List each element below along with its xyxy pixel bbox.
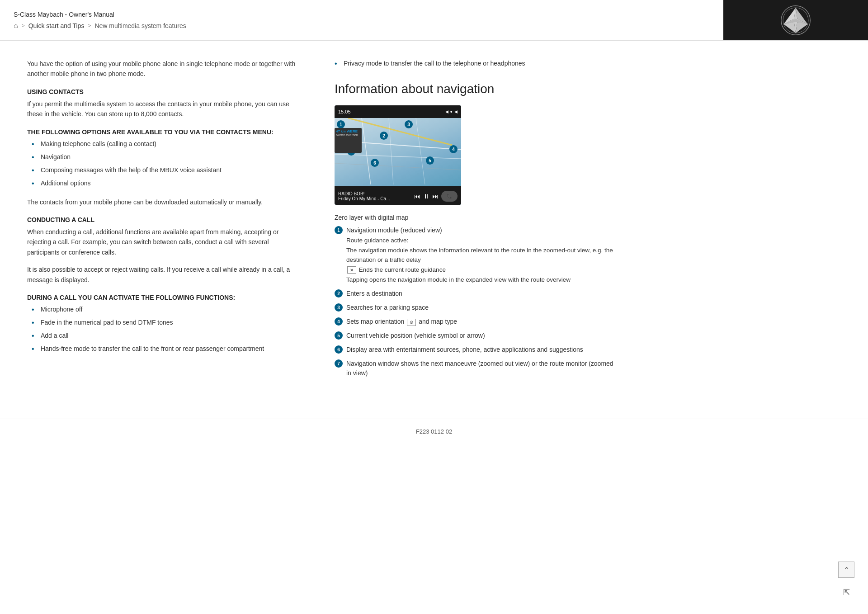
map-number-5: 5 xyxy=(426,156,434,165)
nav-item-3: 3 Searches for a parking space xyxy=(335,303,615,312)
document-title: S-Class Maybach - Owner's Manual xyxy=(14,11,710,18)
contacts-menu-list: Making telephone calls (calling a contac… xyxy=(27,139,298,188)
left-column: You have the option of using your mobile… xyxy=(27,59,298,383)
footer-doc-code: F223 0112 02 xyxy=(416,428,452,435)
map-radio-label: RADIO BOB! xyxy=(338,191,390,196)
breadcrumb: ⌂ > Quick start and Tips > New multimedi… xyxy=(14,22,710,30)
conducting-call-heading: CONDUCTING A CALL xyxy=(27,216,298,223)
list-item: Microphone off xyxy=(32,305,298,314)
nav-badge-5: 5 xyxy=(335,331,343,340)
nav-item-5-text: Current vehicle position (vehicle symbol… xyxy=(346,331,615,340)
map-number-2: 2 xyxy=(380,132,388,140)
list-item: Making telephone calls (calling a contac… xyxy=(32,139,298,149)
list-item: Composing messages with the help of the … xyxy=(32,165,298,175)
nav-item-1: 1 Navigation module (reduced view) Route… xyxy=(335,226,615,284)
conducting-call-text2: It is also possible to accept or reject … xyxy=(27,264,298,285)
header: S-Class Maybach - Owner's Manual ⌂ > Qui… xyxy=(0,0,868,41)
map-radio-sub: Friday On My Mind - Ca... xyxy=(338,196,390,201)
breadcrumb-current: New multimedia system features xyxy=(94,22,186,29)
nav-item-1-text: Navigation module (reduced view) Route g… xyxy=(346,226,615,284)
map-bottom-bar: RADIO BOB! Friday On My Mind - Ca... ⏮ ⏸… xyxy=(335,186,461,205)
during-call-heading: DURING A CALL YOU CAN ACTIVATE THE FOLLO… xyxy=(27,294,298,301)
list-item: Hands-free mode to transfer the call to … xyxy=(32,344,298,354)
nav-item-4-text: Sets map orientation ⊙ and map type xyxy=(346,317,615,326)
navigation-heading: Information about navigation xyxy=(335,82,615,96)
nav-badge-1: 1 xyxy=(335,226,343,234)
nav-item-4: 4 Sets map orientation ⊙ and map type xyxy=(335,317,615,326)
route-end-icon: ✕ xyxy=(347,266,356,274)
nav-badge-3: 3 xyxy=(335,303,343,312)
nav-item-7: 7 Navigation window shows the next manoe… xyxy=(335,359,615,378)
privacy-bullet-item: Privacy mode to transfer the call to the… xyxy=(335,59,615,68)
header-content: S-Class Maybach - Owner's Manual ⌂ > Qui… xyxy=(0,0,723,40)
main-content: You have the option of using your mobile… xyxy=(0,41,868,410)
privacy-bullet-section: Privacy mode to transfer the call to the… xyxy=(335,59,615,68)
contacts-menu-heading: THE FOLLOWING OPTIONS ARE AVAILABLE TO Y… xyxy=(27,128,298,136)
map-top-bar: 15:05 ◀ ● ◀ xyxy=(335,105,461,118)
list-item: Fade in the numerical pad to send DTMF t… xyxy=(32,318,298,327)
logo-area xyxy=(723,0,868,40)
nav-module-tile: 47 km WERE Nortcn Wierden xyxy=(335,128,362,153)
svg-line-5 xyxy=(389,118,393,184)
map-number-6: 6 xyxy=(371,159,379,167)
navigation-map-image: 15:05 ◀ ● ◀ xyxy=(335,105,461,205)
nav-item-6: 6 Display area with entertainment source… xyxy=(335,345,615,354)
nav-badge-6: 6 xyxy=(335,345,343,354)
breadcrumb-separator-1: > xyxy=(22,23,25,29)
map-number-3: 3 xyxy=(405,120,413,128)
list-item: Navigation xyxy=(32,152,298,162)
nav-item-2: 2 Enters a destination xyxy=(335,289,615,298)
using-contacts-text: If you permit the multimedia system to a… xyxy=(27,99,298,119)
breadcrumb-separator-2: > xyxy=(88,23,91,29)
breadcrumb-link-1[interactable]: Quick start and Tips xyxy=(28,22,85,29)
map-area: 1 2 3 4 5 6 7 47 km WERE Nortcn Wierden xyxy=(335,118,461,186)
list-item: Additional options xyxy=(32,179,298,188)
nav-badge-4: 4 xyxy=(335,317,343,326)
list-item: Add a call xyxy=(32,331,298,340)
home-icon[interactable]: ⌂ xyxy=(14,22,18,30)
nav-badge-2: 2 xyxy=(335,289,343,298)
right-column: Privacy mode to transfer the call to the… xyxy=(335,59,615,383)
scroll-up-button[interactable]: ⌃ xyxy=(838,562,854,578)
nav-description-list: 1 Navigation module (reduced view) Route… xyxy=(335,226,615,378)
intro-paragraph: You have the option of using your mobile… xyxy=(27,59,298,79)
nav-item-6-text: Display area with entertainment sources,… xyxy=(346,345,615,354)
contacts-download-text: The contacts from your mobile phone can … xyxy=(27,197,298,207)
map-time: 15:05 xyxy=(338,109,351,114)
map-number-4: 4 xyxy=(449,145,458,153)
svg-line-4 xyxy=(362,118,371,184)
chevron-up-icon: ⌃ xyxy=(844,566,849,574)
expand-icon: ⇱ xyxy=(843,587,850,597)
conducting-call-text1: When conducting a call, additional funct… xyxy=(27,227,298,257)
zero-layer-text: Zero layer with digital map xyxy=(335,214,615,221)
during-call-list: Microphone off Fade in the numerical pad… xyxy=(27,305,298,354)
nav-badge-7: 7 xyxy=(335,359,343,368)
using-contacts-heading: USING CONTACTS xyxy=(27,88,298,95)
nav-item-2-text: Enters a destination xyxy=(346,289,615,298)
svg-line-6 xyxy=(416,118,425,184)
mercedes-logo xyxy=(780,5,811,36)
footer: F223 0112 02 xyxy=(0,419,868,444)
compass-icon: ⊙ xyxy=(407,319,416,326)
svg-line-3 xyxy=(335,154,461,159)
page-end-icon: ⇱ xyxy=(838,584,854,600)
map-number-1: 1 xyxy=(337,120,345,128)
nav-item-7-text: Navigation window shows the next manoeuv… xyxy=(346,359,615,378)
nav-item-5: 5 Current vehicle position (vehicle symb… xyxy=(335,331,615,340)
nav-item-3-text: Searches for a parking space xyxy=(346,303,615,312)
svg-line-8 xyxy=(335,163,461,170)
